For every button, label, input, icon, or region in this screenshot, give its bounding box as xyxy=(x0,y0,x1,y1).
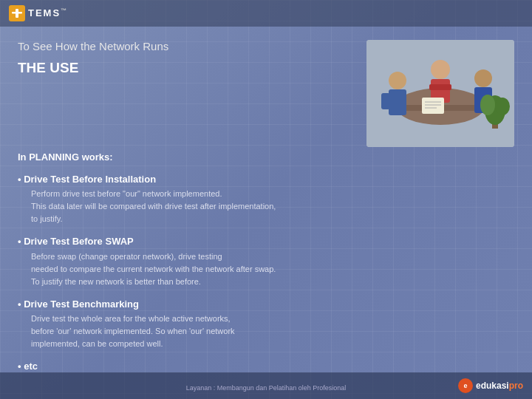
bullet-title-0: • Drive Test Before Installation xyxy=(18,172,514,187)
logo-container: TEMS™ xyxy=(9,5,68,21)
title-block: To See How the Network Runs THE USE xyxy=(18,40,355,86)
bullet-body-1: Before swap (change operator network), d… xyxy=(18,250,514,288)
body-content: In PLANNING works: • Drive Test Before I… xyxy=(18,150,514,374)
header-bar: TEMS™ xyxy=(0,0,532,27)
edukasipro-text: edukasipro xyxy=(476,381,523,391)
bullet-section-1: • Drive Test Before SWAP Before swap (ch… xyxy=(18,234,514,288)
planning-heading: In PLANNING works: xyxy=(18,150,514,165)
bullet-section-2: • Drive Test Benchmarking Drive test the… xyxy=(18,297,514,351)
bullet-body-2: Drive test the whole area for the whole … xyxy=(18,313,514,350)
bullet-title-1: • Drive Test Before SWAP xyxy=(18,234,514,249)
edukasipro-logo: e edukasipro xyxy=(458,378,523,393)
edukasipro-icon: e xyxy=(458,378,473,393)
tems-logo-icon xyxy=(9,5,25,21)
footer-bar: Layanan : Membangun dan Pelatihan oleh P… xyxy=(0,372,532,399)
tems-logo-text: TEMS™ xyxy=(28,7,68,18)
svg-point-8 xyxy=(431,60,450,79)
section-heading: THE USE xyxy=(18,60,355,76)
bullet-section-3: • etc xyxy=(18,359,514,374)
slide-title: To See How the Network Runs xyxy=(18,40,355,52)
svg-rect-13 xyxy=(422,98,444,114)
svg-point-19 xyxy=(480,95,495,115)
top-section: To See How the Network Runs THE USE xyxy=(18,40,514,147)
svg-point-20 xyxy=(495,98,510,115)
content-area: To See How the Network Runs THE USE xyxy=(0,27,532,372)
svg-rect-7 xyxy=(381,93,390,109)
illustration xyxy=(366,40,514,147)
svg-rect-10 xyxy=(429,84,451,90)
bullet-title-3: • etc xyxy=(18,359,514,374)
svg-rect-1 xyxy=(16,9,18,18)
svg-rect-6 xyxy=(389,89,406,115)
bullet-body-0: Perform drive test before "our" network … xyxy=(18,188,514,225)
svg-point-11 xyxy=(474,69,492,87)
slide-background: TEMS™ To See How the Network Runs THE US… xyxy=(0,0,532,399)
bullet-section-0: • Drive Test Before Installation Perform… xyxy=(18,172,514,226)
bullet-title-2: • Drive Test Benchmarking xyxy=(18,297,514,312)
svg-point-5 xyxy=(389,72,406,89)
footer-caption: Layanan : Membangun dan Pelatihan oleh P… xyxy=(186,384,347,392)
